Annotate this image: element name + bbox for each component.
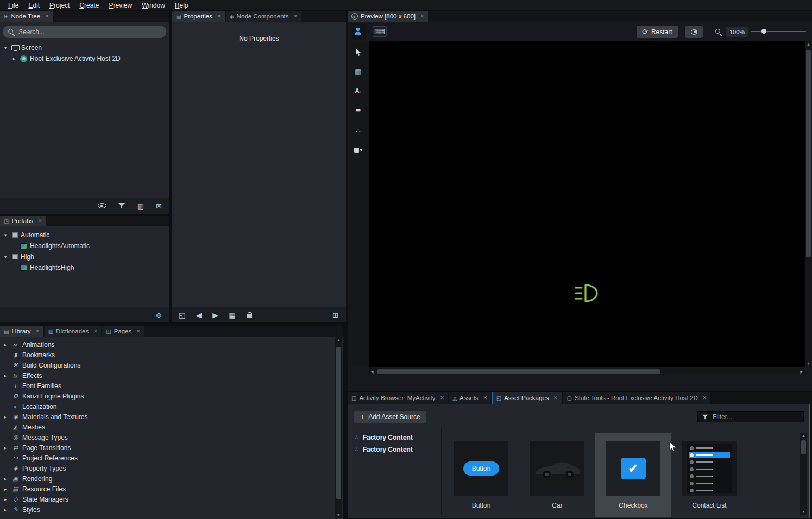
tree-item-screen[interactable]: ▾Screen <box>0 42 169 53</box>
vertical-scrollbar[interactable]: ▲ ▼ <box>805 41 812 367</box>
scroll-down-icon[interactable]: ▼ <box>802 509 805 515</box>
menu-edit[interactable]: Edit <box>23 1 45 10</box>
library-item-project-references[interactable]: ↪Project References <box>0 453 331 463</box>
library-item-build-configurations[interactable]: ⚒Build Configurations <box>0 360 331 370</box>
scroll-down-icon[interactable]: ▼ <box>807 360 810 367</box>
scrollbar-thumb[interactable] <box>806 50 811 257</box>
asset-filter[interactable] <box>697 411 804 422</box>
library-item-state-managers[interactable]: ▸◇State Managers <box>0 494 331 504</box>
visibility-toggle-icon[interactable] <box>98 203 106 208</box>
scrollbar-thumb[interactable] <box>801 440 806 454</box>
lock-icon[interactable] <box>247 312 252 318</box>
tab-library[interactable]: ▤Library× <box>0 326 43 337</box>
library-item-meshes[interactable]: ◭Meshes <box>0 422 331 432</box>
menu-file[interactable]: File <box>3 1 23 10</box>
add-prefab-icon[interactable]: ⊕ <box>156 311 162 319</box>
close-icon[interactable]: × <box>483 394 487 402</box>
library-item-resource-files[interactable]: ▸▤Resource Files <box>0 484 331 494</box>
asset-card-contact-list[interactable]: Contact List <box>671 433 747 517</box>
close-icon[interactable]: × <box>45 12 49 20</box>
tab-prefabs[interactable]: ◳ Prefabs × <box>0 216 46 226</box>
library-item-kanzi-engine-plugins[interactable]: ⚙Kanzi Engine Plugins <box>0 391 331 401</box>
close-icon[interactable]: × <box>703 394 707 402</box>
tree-item-root-exclusive-activity-host-2d[interactable]: ▸Root Exclusive Activity Host 2D <box>0 53 169 64</box>
menu-create[interactable]: Create <box>74 1 104 10</box>
asset-source-1[interactable]: ∴Factory Content <box>351 444 439 455</box>
scrollbar-track[interactable] <box>336 344 341 512</box>
close-icon[interactable]: × <box>38 217 42 225</box>
zoom-level-box[interactable]: 100% <box>726 27 748 37</box>
scrollbar-track[interactable] <box>806 48 811 360</box>
text-tool[interactable]: A↓ <box>350 85 367 98</box>
scrollbar-thumb[interactable] <box>336 347 341 499</box>
library-item-bookmarks[interactable]: ▮Bookmarks <box>0 350 331 360</box>
tab-properties[interactable]: ▤Properties× <box>172 11 225 22</box>
library-item-font-families[interactable]: TFont Families <box>0 381 331 391</box>
tab-state-tools-root-exclusive-activity-host-2d[interactable]: ▢State Tools - Root Exclusive Activity H… <box>563 392 710 404</box>
menu-window[interactable]: Window <box>137 1 170 10</box>
tree-item-high[interactable]: ▾High <box>0 251 169 262</box>
keyboard-button[interactable]: ⌨ <box>373 26 387 37</box>
scroll-up-icon[interactable]: ▲ <box>337 337 341 344</box>
close-icon[interactable]: × <box>36 327 40 335</box>
library-item-page-transitions[interactable]: ▸⇄Page Transitions <box>0 442 331 453</box>
forward-icon[interactable]: ▶ <box>212 311 218 319</box>
restart-button[interactable]: ⟳ Restart <box>637 26 678 38</box>
scroll-up-icon[interactable]: ▲ <box>807 41 810 48</box>
interact-tool-button[interactable] <box>350 23 366 40</box>
add-asset-source-button[interactable]: + Add Asset Source <box>354 411 426 423</box>
library-item-materials-and-textures[interactable]: ▸◉Materials and Textures <box>0 412 331 422</box>
horizontal-scrollbar[interactable]: ◀ ▶ <box>369 368 805 375</box>
asset-card-car[interactable]: Car <box>519 433 595 517</box>
library-item-message-types[interactable]: ◎Message Types <box>0 432 331 442</box>
asset-card-checkbox[interactable]: ✔Checkbox <box>595 433 671 517</box>
filter-input[interactable] <box>713 413 800 421</box>
tab-node-components[interactable]: ◈Node Components× <box>226 11 301 22</box>
close-icon[interactable]: × <box>420 12 424 20</box>
close-icon[interactable]: × <box>440 394 444 402</box>
scroll-left-icon[interactable]: ◀ <box>369 369 375 375</box>
scroll-up-icon[interactable]: ▲ <box>802 433 805 439</box>
add-property-icon[interactable]: ⊞ <box>332 311 338 319</box>
layers-tool[interactable]: ≣ <box>350 104 367 117</box>
close-icon[interactable]: × <box>294 12 298 20</box>
scrollbar-track[interactable] <box>375 369 798 374</box>
asset-source-0[interactable]: ∴Factory Content <box>351 432 439 444</box>
menu-help[interactable]: Help <box>170 1 193 10</box>
scroll-right-icon[interactable]: ▶ <box>798 369 805 375</box>
grid-view-icon[interactable]: ▦ <box>137 202 144 210</box>
tab-node-tree[interactable]: ⊞ Node Tree × <box>0 11 53 22</box>
library-item-rendering[interactable]: ▸▣Rendering <box>0 473 331 484</box>
tree-item-headlightshigh[interactable]: HeadlightsHigh <box>0 262 169 273</box>
scrollbar-thumb[interactable] <box>377 369 660 374</box>
close-icon[interactable]: × <box>93 327 97 335</box>
fit-view-icon[interactable]: ◱ <box>179 311 185 319</box>
library-item-localization[interactable]: ◐Localization <box>0 401 331 412</box>
tab-activity-browser-myactivity[interactable]: ◫Activity Browser: MyActivity× <box>348 392 448 404</box>
tree-item-headlightsautomatic[interactable]: HeadlightsAutomatic <box>0 240 169 251</box>
menu-project[interactable]: Project <box>45 1 74 10</box>
library-item-animations[interactable]: ▸∞Animations <box>0 339 331 350</box>
asset-grid-scrollbar[interactable]: ▲ ▼ <box>800 433 807 515</box>
search-input[interactable] <box>18 28 161 36</box>
close-icon[interactable]: × <box>554 394 558 402</box>
connections-tool[interactable]: ∴ <box>350 124 367 137</box>
library-item-effects[interactable]: ▸fxEffects <box>0 370 331 381</box>
scrollbar-track[interactable] <box>801 439 806 509</box>
close-icon[interactable]: × <box>136 327 140 335</box>
zoom-slider[interactable] <box>751 27 806 36</box>
library-item-property-types[interactable]: ◈Property Types <box>0 463 331 473</box>
asset-card-button[interactable]: ButtonButton <box>443 433 519 517</box>
close-icon[interactable]: × <box>217 12 221 20</box>
tab-dictionaries[interactable]: ▥Dictionaries× <box>45 326 102 337</box>
detach-view-icon[interactable]: ⊠ <box>156 202 162 210</box>
select-tool[interactable] <box>350 46 367 59</box>
visibility-button[interactable] <box>685 26 703 38</box>
library-scrollbar[interactable]: ▲ ▼ <box>335 337 342 518</box>
back-icon[interactable]: ◀ <box>196 311 202 319</box>
tab-pages[interactable]: ◫Pages× <box>102 326 144 337</box>
preview-canvas[interactable] <box>369 41 805 367</box>
tab-preview[interactable]: ▶ Preview [800 x 600] × <box>348 11 428 22</box>
camera-tool[interactable] <box>350 143 367 156</box>
grid-tool[interactable]: ▦ <box>350 65 367 78</box>
